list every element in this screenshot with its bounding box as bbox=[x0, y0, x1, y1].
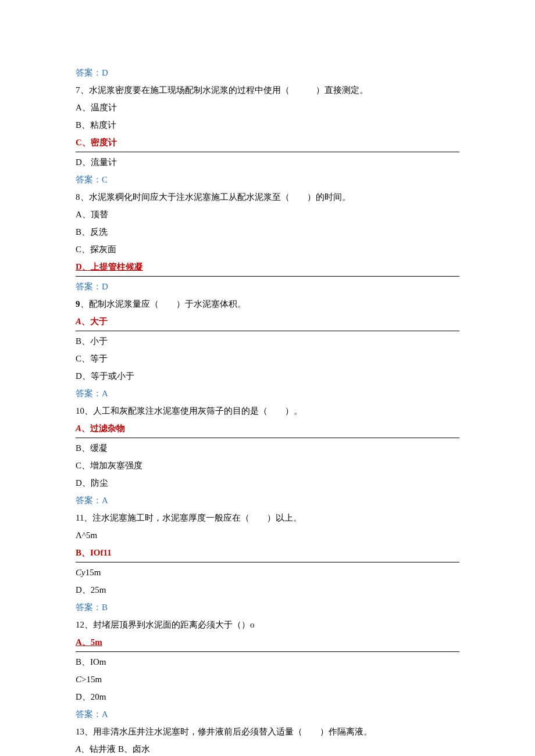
q9-number: 9 bbox=[76, 299, 80, 309]
q8-d-rest: 、上提管柱候凝 bbox=[82, 262, 143, 271]
q10-a-rest: 、过滤杂物 bbox=[81, 424, 125, 433]
q8-option-c: C、探灰面 bbox=[76, 241, 459, 258]
q8-option-b: B、反洗 bbox=[76, 223, 459, 241]
q13-a-rest: 、钻井液 B、卤水 bbox=[81, 744, 150, 754]
q8-d-prefix: D bbox=[76, 262, 82, 271]
q9-option-a-correct: A、大于 bbox=[76, 313, 459, 331]
q12-option-c: C>15m bbox=[76, 671, 459, 688]
q12-option-b: B、IOm bbox=[76, 653, 459, 671]
q11-option-b-correct: B、IOf11 bbox=[76, 544, 459, 562]
q10-option-a-correct: A、过滤杂物 bbox=[76, 420, 459, 438]
q9-text: 、配制水泥浆量应（ ）于水泥塞体积。 bbox=[80, 299, 246, 309]
q11-b-prefix: B bbox=[76, 548, 81, 557]
question-11: 11、注水泥塞施工时，水泥塞厚度一般应在（ ）以上。 bbox=[76, 509, 459, 526]
q13-a-prefix: A bbox=[76, 744, 81, 754]
answer-b: 答案：B bbox=[76, 599, 459, 616]
q12-c-prefix: C bbox=[76, 675, 81, 684]
q11-option-a: Λ^5m bbox=[76, 526, 459, 544]
q11-b-rest: 、IOf11 bbox=[81, 548, 112, 557]
q9-option-b: B、小于 bbox=[76, 332, 459, 350]
q11-c-prefix: Cy bbox=[76, 568, 85, 577]
q11-option-c: Cy15m bbox=[76, 564, 459, 581]
q12-a-rest: 、5m bbox=[82, 637, 102, 647]
q7-option-a: A、温度计 bbox=[76, 99, 459, 116]
q8-option-d-correct: D、上提管柱候凝 bbox=[76, 258, 459, 277]
question-7: 7、水泥浆密度要在施工现场配制水泥浆的过程中使用（ ）直接测定。 bbox=[76, 81, 459, 99]
answer-a3: 答案：A bbox=[76, 705, 459, 723]
q11-c-rest: 15m bbox=[85, 568, 101, 577]
q12-a-prefix: A bbox=[76, 637, 82, 647]
q13-option-ab: A、钻井液 B、卤水 bbox=[76, 740, 459, 756]
answer-a2: 答案：A bbox=[76, 492, 459, 509]
q8-option-a: A、顶替 bbox=[76, 206, 459, 223]
q7-option-b: B、粘度计 bbox=[76, 116, 459, 134]
q10-option-b: B、缓凝 bbox=[76, 439, 459, 457]
question-12: 12、封堵层顶界到水泥面的距离必须大于（）o bbox=[76, 616, 459, 633]
q10-option-d: D、防尘 bbox=[76, 474, 459, 492]
q7-option-c-correct: C、密度计 bbox=[76, 134, 459, 152]
question-9: 9、配制水泥浆量应（ ）于水泥塞体积。 bbox=[76, 295, 459, 313]
question-13: 13、用非清水压井注水泥塞时，修井液前后必须替入适量（ ）作隔离液。 bbox=[76, 723, 459, 740]
q12-option-d: D、20m bbox=[76, 688, 459, 705]
question-10: 10、人工和灰配浆注水泥塞使用灰筛子的目的是（ ）。 bbox=[76, 402, 459, 420]
q12-option-a-correct: A、5m bbox=[76, 633, 459, 652]
q10-option-c: C、增加灰塞强度 bbox=[76, 457, 459, 474]
q9-option-d: D、等于或小于 bbox=[76, 367, 459, 385]
q9-a-rest: 、大于 bbox=[81, 317, 108, 326]
q11-option-d: D、25m bbox=[76, 581, 459, 599]
q10-a-prefix: A bbox=[76, 424, 81, 433]
q9-a-prefix: A bbox=[76, 317, 81, 326]
q9-option-c: C、等于 bbox=[76, 350, 459, 367]
q7-c-prefix: C bbox=[76, 138, 82, 147]
answer-d: 答案：D bbox=[76, 64, 459, 81]
question-8: 8、水泥浆稠化时间应大于注水泥塞施工从配水泥浆至（ ）的时间。 bbox=[76, 188, 459, 206]
answer-d2: 答案：D bbox=[76, 278, 459, 295]
q7-c-rest: 、密度计 bbox=[82, 138, 117, 147]
q7-option-d: D、流量计 bbox=[76, 153, 459, 171]
answer-a: 答案：A bbox=[76, 385, 459, 402]
q12-c-rest: >15m bbox=[81, 675, 102, 684]
answer-c: 答案：C bbox=[76, 171, 459, 188]
